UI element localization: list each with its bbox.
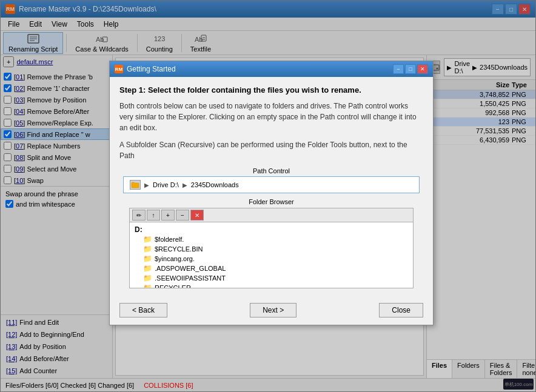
folder-icon: 📁 xyxy=(143,254,152,263)
tree-item-adspower[interactable]: 📁 .ADSPOWER_GLOBAL xyxy=(132,264,410,273)
folder-icon: 📁 xyxy=(143,235,152,244)
folder-icon: 📁 xyxy=(143,284,152,288)
getting-started-dialog: RM Getting Started − □ ✕ Step 1: Select … xyxy=(109,61,434,325)
dialog-description-1: Both controls below can be used to navig… xyxy=(119,101,423,133)
close-dialog-button[interactable]: Close xyxy=(379,303,423,317)
back-button[interactable]: < Back xyxy=(119,303,167,317)
dialog-minimize-button[interactable]: − xyxy=(393,64,404,74)
tree-item-label: RECYCLER xyxy=(155,284,191,288)
tree-item-label: $yincang.org. xyxy=(155,255,195,262)
dialog-close-button[interactable]: ✕ xyxy=(417,64,428,74)
folder-browser-tree[interactable]: D: 📁 $folderelf. 📁 $RECYCLE.BIN 📁 $yinca… xyxy=(129,222,414,288)
fb-btn-pencil[interactable]: ✏ xyxy=(132,210,146,221)
tree-item-drive[interactable]: D: xyxy=(132,225,410,234)
dialog-footer: < Back Next > Close xyxy=(110,297,433,325)
path-control-label: Path Control xyxy=(119,167,423,174)
tree-item-yincang[interactable]: 📁 $yincang.org. xyxy=(132,254,410,264)
dialog-path-bar[interactable]: ▶ Drive D:\ ▶ 2345Downloads xyxy=(123,176,420,193)
folder-icon: 📁 xyxy=(143,245,152,253)
dialog-title-left: RM Getting Started xyxy=(115,65,176,73)
dialog-title-bar: RM Getting Started − □ ✕ xyxy=(110,61,433,77)
fb-btn-minus[interactable]: − xyxy=(176,210,189,221)
fb-btn-up[interactable]: ↑ xyxy=(147,210,160,221)
path-folder-icon xyxy=(130,180,141,190)
folder-browser-toolbar: ✏ ↑ + − ✕ xyxy=(129,208,414,222)
tree-item-recycle[interactable]: 📁 $RECYCLE.BIN xyxy=(132,244,410,254)
tree-item-folderelf[interactable]: 📁 $folderelf. xyxy=(132,234,410,244)
dialog-maximize-button[interactable]: □ xyxy=(405,64,416,74)
dialog-app-icon: RM xyxy=(115,65,123,73)
dialog-description-2: A Subfolder Scan (Recursive) can be perf… xyxy=(119,139,423,161)
dialog-controls: − □ ✕ xyxy=(393,64,428,74)
fb-btn-close[interactable]: ✕ xyxy=(190,210,204,221)
dialog-title: Getting Started xyxy=(127,65,176,73)
dialog-step: Step 1: Select the folder containing the… xyxy=(119,85,423,95)
dialog-content: Step 1: Select the folder containing the… xyxy=(110,77,433,297)
folder-icon: 📁 xyxy=(143,264,152,273)
next-button[interactable]: Next > xyxy=(250,303,296,317)
tree-item-label: .ADSPOWER_GLOBAL xyxy=(155,265,226,272)
folder-icon: 📁 xyxy=(143,274,152,282)
fb-btn-plus[interactable]: + xyxy=(161,210,175,221)
folder-browser-section: Folder Browser ✏ ↑ + − ✕ D: 📁 $folderelf… xyxy=(119,198,423,288)
tree-item-label: $RECYCLE.BIN xyxy=(155,245,203,253)
folder-browser-label: Folder Browser xyxy=(129,198,414,205)
tree-item-label: $folderelf. xyxy=(155,236,184,243)
tree-item-seewo[interactable]: 📁 .SEEWOIIPASSISTANT xyxy=(132,273,410,283)
tree-item-label: .SEEWOIIPASSISTANT xyxy=(155,274,226,282)
tree-item-recycler[interactable]: 📁 RECYCLER xyxy=(132,283,410,288)
